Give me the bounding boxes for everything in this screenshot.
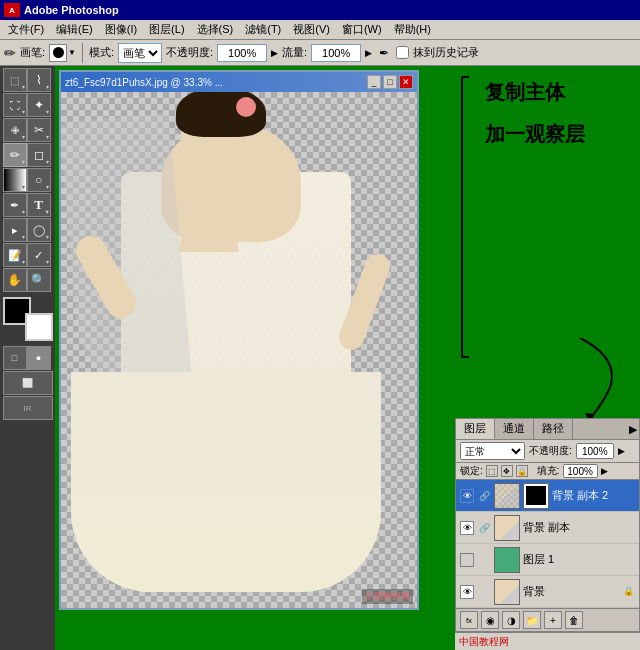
maximize-button[interactable]: □: [383, 75, 397, 89]
tool-row-7: ▸▾ ◯▾: [3, 218, 53, 242]
layer-mask-thumb-0: [523, 483, 549, 509]
tool-notes[interactable]: 📝▾: [3, 243, 27, 267]
layer-visibility-0[interactable]: 👁: [460, 489, 474, 503]
tool-row-5: ▾ ○▾: [3, 168, 53, 192]
tab-channels[interactable]: 通道: [495, 419, 534, 439]
tool-imageready[interactable]: IR: [3, 396, 53, 420]
fill-input[interactable]: [563, 464, 598, 478]
lock-all-icon[interactable]: 🔒: [516, 465, 528, 477]
tool-brush[interactable]: ✏▾: [3, 143, 27, 167]
layer-visibility-3[interactable]: 👁: [460, 585, 474, 599]
lock-move-icon[interactable]: ✥: [501, 465, 513, 477]
tool-marquee[interactable]: ⬚▾: [3, 68, 27, 92]
airbrush-icon: ✒: [379, 46, 389, 60]
tool-row-2: ⛶▾ ✦▾: [3, 93, 53, 117]
tool-shape[interactable]: ◯▾: [27, 218, 51, 242]
layer-link-3: [477, 585, 491, 599]
tool-eyedropper[interactable]: ✓▾: [27, 243, 51, 267]
menu-select[interactable]: 选择(S): [191, 20, 240, 39]
tool-healing[interactable]: ✙▾: [3, 118, 27, 142]
panel-menu-btn[interactable]: ▶: [573, 419, 639, 439]
lock-pixels-icon[interactable]: ⬚: [486, 465, 498, 477]
menu-image[interactable]: 图像(I): [99, 20, 143, 39]
layer-item-2[interactable]: 图层 1: [456, 544, 639, 576]
fill-label: 填充:: [537, 464, 560, 478]
layer-item-3[interactable]: 👁 背景 🔒: [456, 576, 639, 608]
layer-thumb-1: [494, 515, 520, 541]
annotation-line2: 加一观察层: [485, 118, 630, 150]
layer-link-0[interactable]: 🔗: [477, 489, 491, 503]
layer-adjustment-button[interactable]: ◑: [502, 611, 520, 629]
tool-row-screen: ⬜: [3, 371, 53, 395]
tool-gradient[interactable]: ▾: [3, 168, 27, 192]
tool-quick-mask[interactable]: ●: [27, 346, 51, 370]
optionsbar: ✏ 画笔: ▼ 模式: 画笔 不透明度: ▶ 流量: ▶ ✒ 抹到历史记录: [0, 40, 640, 66]
tool-crop[interactable]: ⛶▾: [3, 93, 27, 117]
annotation-area: 复制主体 加一观察层: [455, 66, 640, 418]
opacity-arrow: ▶: [618, 446, 625, 456]
tool-pen[interactable]: ✒▾: [3, 193, 27, 217]
close-button[interactable]: ✕: [399, 75, 413, 89]
tool-row-8: 📝▾ ✓▾: [3, 243, 53, 267]
minimize-button[interactable]: _: [367, 75, 381, 89]
opacity-input[interactable]: [576, 443, 614, 459]
menu-filter[interactable]: 滤镜(T): [239, 20, 287, 39]
opacity-label: 不透明度:: [529, 444, 572, 458]
menubar: 文件(F) 编辑(E) 图像(I) 图层(L) 选择(S) 滤镜(T) 视图(V…: [0, 20, 640, 40]
layer-visibility-2[interactable]: [460, 553, 474, 567]
tool-row-mask: □ ●: [3, 346, 53, 370]
statusbar: 中国教程网: [455, 632, 640, 650]
tab-layers[interactable]: 图层: [456, 419, 495, 439]
layer-link-1[interactable]: 🔗: [477, 521, 491, 535]
opacity-arrow: ▶: [271, 48, 278, 58]
tool-lasso[interactable]: ⌇▾: [27, 68, 51, 92]
layer-item-1[interactable]: 👁 🔗 背景 副本: [456, 512, 639, 544]
layers-panel: 图层 通道 路径 ▶ 正常 不透明度: ▶ 锁定: ⬚ ✥ 🔒 填充:: [455, 418, 640, 632]
tool-zoom[interactable]: 🔍: [27, 268, 51, 292]
menu-layer[interactable]: 图层(L): [143, 20, 190, 39]
menu-help[interactable]: 帮助(H): [388, 20, 437, 39]
layer-thumb-0: [494, 483, 520, 509]
tool-screen-mode[interactable]: ⬜: [3, 371, 53, 395]
menu-window[interactable]: 窗口(W): [336, 20, 388, 39]
layer-delete-button[interactable]: 🗑: [565, 611, 583, 629]
toolbar: ⬚▾ ⌇▾ ⛶▾ ✦▾ ✙▾ ✂▾ ✏▾ ◻▾ ▾ ○▾ ✒▾ T▾ ▸▾: [0, 66, 55, 650]
history-label: 抹到历史记录: [413, 45, 479, 60]
annotation-text: 复制主体 加一观察层: [485, 76, 630, 150]
background-color[interactable]: [25, 313, 53, 341]
mode-select[interactable]: 画笔: [118, 43, 162, 63]
tool-standard-mode[interactable]: □: [3, 346, 27, 370]
layer-item-0[interactable]: 👁 🔗 背景 副本 2: [456, 480, 639, 512]
layer-link-2[interactable]: [477, 553, 491, 567]
tool-path-select[interactable]: ▸▾: [3, 218, 27, 242]
tool-dodge[interactable]: ○▾: [27, 168, 51, 192]
menu-edit[interactable]: 编辑(E): [50, 20, 99, 39]
opacity-input[interactable]: [217, 44, 267, 62]
layer-new-button[interactable]: +: [544, 611, 562, 629]
mode-label: 模式:: [89, 45, 114, 60]
layer-fx-button[interactable]: fx: [460, 611, 478, 629]
layer-mask-button[interactable]: ◉: [481, 611, 499, 629]
tool-row-4: ✏▾ ◻▾: [3, 143, 53, 167]
tab-paths[interactable]: 路径: [534, 419, 573, 439]
blend-mode-select[interactable]: 正常: [460, 442, 525, 460]
tool-row-1: ⬚▾ ⌇▾: [3, 68, 53, 92]
menu-view[interactable]: 视图(V): [287, 20, 336, 39]
tool-magic-wand[interactable]: ✦▾: [27, 93, 51, 117]
menu-file[interactable]: 文件(F): [2, 20, 50, 39]
tool-hand[interactable]: ✋: [3, 268, 27, 292]
tool-clone[interactable]: ✂▾: [27, 118, 51, 142]
tool-text[interactable]: T▾: [27, 193, 51, 217]
canvas[interactable]: 中国教程网: [61, 92, 417, 608]
document-titlebar: zt6_Fsc97d1PuhsX.jpg @ 33.3% ... _ □ ✕: [61, 72, 417, 92]
layer-visibility-1[interactable]: 👁: [460, 521, 474, 535]
flow-arrow: ▶: [365, 48, 372, 58]
tool-eraser[interactable]: ◻▾: [27, 143, 51, 167]
layer-group-button[interactable]: 📁: [523, 611, 541, 629]
canvas-area: zt6_Fsc97d1PuhsX.jpg @ 33.3% ... _ □ ✕: [55, 66, 455, 650]
brush-icon: ✏: [4, 45, 16, 61]
watermark: 中国教程网: [362, 589, 413, 604]
flow-input[interactable]: [311, 44, 361, 62]
history-checkbox[interactable]: [396, 46, 409, 59]
canvas-image: [61, 92, 417, 608]
